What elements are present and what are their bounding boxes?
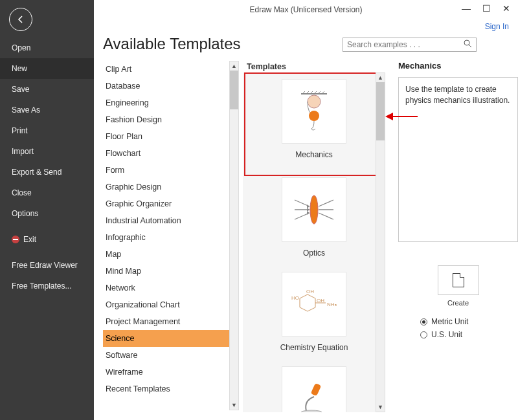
sidebar-item-free-edraw-viewer[interactable]: Free Edraw Viewer [0, 255, 94, 276]
back-button[interactable] [9, 8, 32, 31]
templates-scrollbar[interactable]: ▲ ▼ [376, 72, 385, 412]
close-button[interactable]: ✕ [502, 4, 510, 13]
sign-in-link[interactable]: Sign In [485, 22, 509, 31]
category-item[interactable]: Graphic Design [103, 179, 239, 195]
scroll-thumb[interactable] [230, 71, 238, 109]
sidebar-item-label: Options [12, 209, 38, 218]
category-item[interactable]: Clip Art [103, 61, 239, 78]
sidebar-item-save[interactable]: Save [0, 79, 94, 100]
scroll-down-icon[interactable]: ▼ [230, 401, 238, 410]
svg-point-13 [301, 410, 322, 412]
svg-marker-7 [300, 294, 315, 311]
sidebar-item-label: Print [12, 126, 28, 135]
svg-text:HO: HO [291, 295, 299, 301]
category-item[interactable]: Software [103, 347, 239, 364]
page-heading: Available Templates [103, 35, 241, 53]
svg-text:OH: OH [306, 289, 314, 294]
category-item[interactable]: Graphic Organizer [103, 195, 239, 212]
sidebar-item-label: Save [12, 85, 29, 94]
template-card-mechanics[interactable]: Mechanics [247, 75, 381, 173]
main-area: Available Templates Clip ArtDatabaseEngi… [94, 0, 518, 420]
sidebar-item-free-templates-[interactable]: Free Templates... [0, 276, 94, 296]
sidebar-item-import[interactable]: Import [0, 141, 94, 162]
svg-point-2 [309, 111, 319, 121]
svg-point-1 [308, 95, 321, 108]
svg-marker-5 [307, 208, 310, 212]
scroll-thumb[interactable] [376, 82, 385, 140]
sidebar-item-label: New [12, 64, 27, 73]
template-label: Chemistry Equation [280, 343, 348, 352]
app-root: OpenNewSaveSave AsPrintImportExport & Se… [0, 0, 518, 420]
category-item[interactable]: Fashion Design [103, 111, 239, 128]
category-item[interactable]: Industrial Automation [103, 212, 239, 229]
microscope-icon [282, 366, 346, 412]
radio-label: Metric Unit [431, 317, 468, 326]
scroll-up-icon[interactable]: ▲ [230, 61, 238, 71]
unit-radio-u-s-unit[interactable]: U.S. Unit [420, 330, 518, 339]
sidebar-item-exit[interactable]: Exit [0, 229, 94, 250]
file-sidebar: OpenNewSaveSave AsPrintImportExport & Se… [0, 0, 94, 420]
category-item[interactable]: Form [103, 162, 239, 179]
optics-icon [282, 177, 346, 242]
sidebar-item-close[interactable]: Close [0, 182, 94, 203]
category-item[interactable]: Infographic [103, 229, 239, 246]
scroll-down-icon[interactable]: ▼ [376, 403, 385, 412]
template-label: Optics [303, 249, 325, 258]
category-item[interactable]: Science [103, 330, 239, 347]
arrow-left-icon [16, 14, 26, 25]
category-item[interactable]: Floor Plan [103, 128, 239, 145]
sidebar-item-open[interactable]: Open [0, 38, 94, 58]
window-controls: — ☐ ✕ [454, 0, 518, 17]
maximize-button[interactable]: ☐ [482, 4, 491, 13]
svg-rect-12 [311, 383, 322, 397]
sidebar-item-label: Free Templates... [12, 282, 71, 291]
create-label: Create [398, 299, 518, 307]
details-panel: Mechanics Use the template to create phy… [398, 61, 518, 420]
svg-point-0 [464, 40, 469, 45]
category-item[interactable]: Mind Map [103, 263, 239, 280]
sidebar-item-export-send[interactable]: Export & Send [0, 162, 94, 182]
chemistry-icon: HOOHOHNH₂ [282, 272, 346, 337]
scroll-up-icon[interactable]: ▲ [376, 73, 385, 82]
templates-column: Templates MechanicsOpticsHOOHOHNH₂Chemis… [243, 61, 385, 420]
category-item[interactable]: Flowchart [103, 145, 239, 162]
template-card-optics[interactable]: Optics [247, 173, 381, 268]
sidebar-item-new[interactable]: New [0, 58, 94, 79]
sidebar-item-label: Exit [23, 235, 36, 244]
template-card-microscope[interactable] [247, 362, 381, 412]
category-item[interactable]: Engineering [103, 94, 239, 111]
category-item[interactable]: Organizational Chart [103, 296, 239, 313]
category-item[interactable]: Database [103, 78, 239, 94]
svg-text:NH₂: NH₂ [327, 302, 337, 307]
category-column: Clip ArtDatabaseEngineeringFashion Desig… [103, 61, 239, 420]
sidebar-item-label: Free Edraw Viewer [12, 261, 78, 270]
sidebar-item-label: Open [12, 43, 30, 52]
window-title: Edraw Max (Unlicensed Version) [249, 5, 362, 14]
details-description: Use the template to create physics mecha… [398, 77, 518, 242]
unit-radio-metric-unit[interactable]: Metric Unit [420, 317, 518, 326]
sidebar-item-options[interactable]: Options [0, 203, 94, 224]
search-box[interactable] [343, 38, 477, 52]
details-title: Mechanics [398, 61, 518, 71]
sidebar-item-label: Import [12, 147, 34, 156]
sidebar-item-label: Save As [12, 105, 40, 115]
category-item[interactable]: Map [103, 246, 239, 263]
category-scrollbar[interactable]: ▲ ▼ [229, 61, 239, 410]
radio-label: U.S. Unit [431, 330, 462, 339]
minimize-button[interactable]: — [462, 4, 471, 13]
mechanics-icon [282, 79, 346, 144]
search-icon[interactable] [464, 39, 472, 50]
category-item[interactable]: Recent Templates [103, 381, 239, 397]
category-item[interactable]: Network [103, 280, 239, 296]
category-item[interactable]: Wireframe [103, 364, 239, 381]
sidebar-item-save-as[interactable]: Save As [0, 100, 94, 120]
radio-icon [420, 318, 427, 326]
sidebar-item-print[interactable]: Print [0, 120, 94, 141]
create-button[interactable] [438, 265, 479, 295]
search-input[interactable] [347, 40, 464, 49]
template-card-chemistry-equation[interactable]: HOOHOHNH₂Chemistry Equation [247, 268, 381, 362]
category-item[interactable]: Project Management [103, 313, 239, 330]
template-label: Mechanics [295, 150, 332, 159]
svg-marker-4 [307, 204, 310, 208]
svg-marker-6 [307, 211, 310, 215]
